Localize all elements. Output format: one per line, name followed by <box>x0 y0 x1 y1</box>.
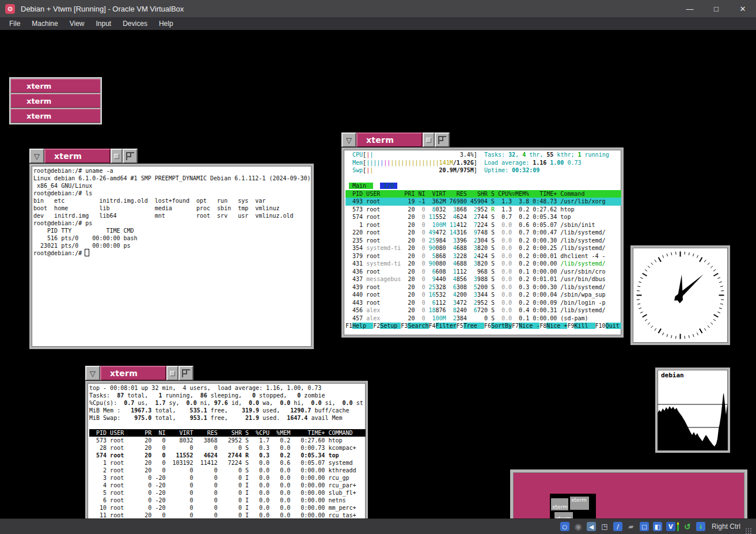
terminal-line: 354 systemd-ti 20 0 90080 4688 3820 S 0.… <box>345 244 621 252</box>
triangle-icon: ▽ <box>90 370 96 377</box>
hard-disk-icon[interactable]: ○ <box>560 522 569 531</box>
audio-icon[interactable]: ◀ <box>587 522 596 531</box>
terminal-line: 1 root 20 0 100M 11412 7224 S 0.0 0.6 0:… <box>345 221 621 229</box>
menu-devices[interactable]: Devices <box>117 18 153 29</box>
mouse-integration-icon[interactable]: ↓ <box>696 522 705 531</box>
terminal-line: root@debian:/# ps <box>33 219 311 227</box>
iconify-button[interactable]: ▽ <box>341 132 356 147</box>
terminal-line: 436 root 20 0 6608 1112 968 S 0.0 0.1 0:… <box>345 268 621 276</box>
resize-grip[interactable] <box>744 527 751 534</box>
close-button[interactable]: ✕ <box>730 0 756 17</box>
xterm-shell-titlebar[interactable]: ▽ xterm <box>29 149 138 164</box>
terminal-line <box>89 422 366 429</box>
resize-button[interactable] <box>123 149 138 164</box>
load-graph <box>658 370 728 450</box>
resize-icon <box>182 369 190 377</box>
htop-content[interactable]: CPU[|| 3.4%] Tasks: 32, 4 thr, 55 kthr; … <box>344 150 621 335</box>
terminal-line: root@debian:/# uname -a <box>33 167 311 175</box>
virtualbox-logo-icon: ⊙ <box>5 4 15 14</box>
terminal-line: 235 root 20 0 25984 3396 2304 S 0.0 0.2 … <box>345 237 621 245</box>
xterm-top-window[interactable]: top - 00:08:01 up 32 min, 4 users, load … <box>85 381 368 522</box>
menu-input[interactable]: Input <box>90 18 117 29</box>
iconify-button[interactable]: ▽ <box>85 366 100 381</box>
optical-disk-icon[interactable]: ◉ <box>573 522 583 531</box>
terminal-line: Mem[|||||||||||||||||||||141M/1.92G] Loa… <box>345 159 621 167</box>
terminal-line: 573 root 20 0 8032 3868 2952 R 1.3 0.2 0… <box>345 206 621 214</box>
terminal-line: root@debian:/# <box>33 249 311 257</box>
xterm-htop-titlebar[interactable]: ▽ xterm <box>341 132 450 147</box>
terminal-line: x86_64 GNU/Linux <box>33 182 311 190</box>
terminal-line <box>345 175 621 183</box>
terminal-line: 437 messagebus 20 0 9440 4856 3988 S 0.0… <box>345 275 621 283</box>
dot-icon <box>426 138 431 143</box>
terminal-line: PID USER PR NI VIRT RES SHR S %CPU %MEM … <box>89 429 366 437</box>
focus-button[interactable] <box>166 366 178 381</box>
terminal-line: 28 root 20 0 0 0 0 S 0.3 0.0 0:00.73 kco… <box>89 444 366 452</box>
terminal-line: 431 systemd-ti 20 0 90080 4688 3820 S 0.… <box>345 260 621 268</box>
iconify-button[interactable]: ▽ <box>29 149 44 164</box>
menu-file[interactable]: File <box>3 18 26 29</box>
terminal-line: 10 root 0 -20 0 0 0 I 0.0 0.0 0:00.00 mm… <box>89 504 366 512</box>
virtualbox-window: ⊙ Debian + Vtwm [Running] - Oracle VM Vi… <box>0 0 756 534</box>
window-title: Debian + Vtwm [Running] - Oracle VM Virt… <box>21 5 184 13</box>
vbox-titlebar: ⊙ Debian + Vtwm [Running] - Oracle VM Vi… <box>0 0 756 17</box>
menu-view[interactable]: View <box>64 18 90 29</box>
terminal-line: boot home lib media proc sbin tmp vmlinu… <box>33 204 311 212</box>
terminal-line: PID USER PRI NI VIRT RES SHR S CPU%▽MEM%… <box>345 190 621 198</box>
terminal-line: 493 root 19 -1 362M 76980 45904 S 1.3 3.… <box>345 198 621 206</box>
shared-folders-icon[interactable]: ▰ <box>626 522 636 531</box>
maximize-button[interactable]: □ <box>703 0 730 17</box>
top-content[interactable]: top - 00:08:01 up 32 min, 4 users, load … <box>88 383 366 520</box>
terminal-line: Main I/O <box>345 182 621 190</box>
seamless-icon[interactable]: ◧ <box>653 522 662 531</box>
xterm-shell-window[interactable]: root@debian:/# uname -aLinux debian 6.1.… <box>29 164 314 349</box>
virtualization-icon[interactable]: V <box>666 522 675 531</box>
terminal-line: PID TTY TIME CMD <box>33 227 311 234</box>
terminal-line: dev initrd.img lib64 mnt root srv usr vm… <box>33 212 311 219</box>
window-title-xterm[interactable]: xterm <box>356 132 423 147</box>
terminal-line: root@debian:/# ls <box>33 190 311 197</box>
terminal-line: 220 root 20 0 49472 14316 9748 S 0.0 0.7… <box>345 229 621 237</box>
terminal-line: 574 root 20 0 11552 4624 2744 R 0.3 0.2 … <box>89 452 366 459</box>
terminal-line: 574 root 20 0 11552 4624 2744 S 0.7 0.2 … <box>345 213 621 221</box>
terminal-line: 2 root 20 0 0 0 0 S 0.0 0.0 0:00.00 kthr… <box>89 467 366 474</box>
focus-button[interactable] <box>423 132 435 147</box>
xclock-window <box>630 245 730 345</box>
iconified-xterm-3[interactable]: xterm <box>11 109 100 123</box>
menu-help[interactable]: Help <box>153 18 179 29</box>
pager-window-xterm[interactable]: xterm <box>570 497 589 510</box>
iconified-xterm-1[interactable]: xterm <box>11 79 100 93</box>
terminal-line: 23021 pts/0 00:00:00 ps <box>33 242 311 249</box>
menu-machine[interactable]: Machine <box>26 18 63 29</box>
focus-button[interactable] <box>111 149 123 164</box>
xterm-top-titlebar[interactable]: ▽ xterm <box>85 366 193 381</box>
terminal-line: 516 pts/0 00:00:00 bash <box>33 234 311 242</box>
display-icon[interactable]: □ <box>640 522 649 531</box>
terminal-line: 443 root 20 0 6112 3472 2952 S 0.0 0.2 0… <box>345 299 621 307</box>
iconified-xterm-2[interactable]: xterm <box>11 94 100 108</box>
terminal-line: Tasks: 87 total, 1 running, 86 sleeping,… <box>89 392 366 399</box>
dot-icon <box>114 154 119 159</box>
resize-button[interactable] <box>435 132 450 147</box>
terminal-line: %Cpu(s): 0.7 us, 1.7 sy, 0.0 ni, 97.6 id… <box>89 399 366 407</box>
usb-icon[interactable]: ∕ <box>613 522 622 531</box>
xload-hostname-label: debian <box>661 372 684 379</box>
window-title-xterm[interactable]: xterm <box>100 366 166 381</box>
dot-icon <box>170 371 175 376</box>
host-key-label: Right Ctrl <box>712 522 740 531</box>
minimize-button[interactable]: — <box>677 0 703 17</box>
resize-button[interactable] <box>178 366 193 381</box>
terminal-line: 4 root 0 -20 0 0 0 I 0.0 0.0 0:00.00 rcu… <box>89 482 366 489</box>
terminal-content[interactable]: root@debian:/# uname -aLinux debian 6.1.… <box>32 166 311 347</box>
network-icon[interactable]: ◳ <box>600 522 609 531</box>
triangle-icon: ▽ <box>34 153 40 160</box>
cpu-load-indicator <box>677 522 679 531</box>
xterm-htop-window[interactable]: CPU[|| 3.4%] Tasks: 32, 4 thr, 55 kthr; … <box>341 147 624 338</box>
window-title-xterm[interactable]: xterm <box>44 149 111 164</box>
terminal-line: 379 root 20 0 5868 3228 2424 S 0.0 0.2 0… <box>345 252 621 260</box>
vbox-statusbar: ○ ◉ ◀ ◳ ∕ ▰ □ ◧ V ↺ ↓ Right Ctrl <box>0 518 756 534</box>
auto-resize-icon[interactable]: ↺ <box>683 522 692 531</box>
terminal-line: 1 root 20 0 103192 11412 7224 S 0.0 0.6 … <box>89 459 366 467</box>
pager-window-xterm[interactable]: xterm <box>551 498 568 510</box>
triangle-icon: ▽ <box>346 137 352 144</box>
